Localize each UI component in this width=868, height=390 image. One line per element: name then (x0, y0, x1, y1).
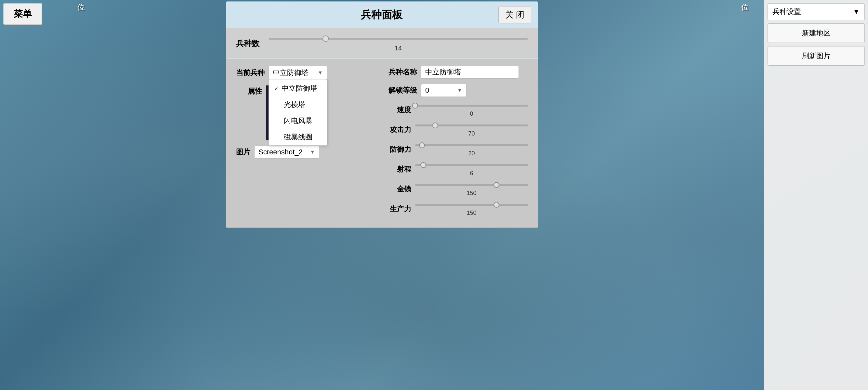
stat-value-4: 150 (466, 190, 476, 197)
stat-slider-3: 6 (415, 162, 528, 177)
unit-option-neutral-tower[interactable]: ✓ 中立防御塔 (269, 80, 327, 97)
stat-thumb-2[interactable] (419, 142, 425, 148)
stat-track-2[interactable] (415, 144, 528, 146)
image-label: 图片 (236, 147, 250, 157)
unit-count-slider-track[interactable] (269, 38, 528, 40)
right-sidebar: 兵种设置 ▼ 新建地区 刷新图片 (764, 0, 868, 390)
stat-track-4[interactable] (415, 184, 528, 186)
stat-row-3: 射程6 (389, 162, 528, 177)
stat-thumb-5[interactable] (494, 202, 499, 208)
sidebar-unit-settings-dropdown[interactable]: 兵种设置 ▼ (768, 3, 865, 20)
unit-panel-dialog: 兵种面板 关 闭 兵种数 14 (226, 1, 538, 228)
current-unit-row: 当前兵种 中立防御塔 ▼ ✓ 中立防御 (236, 66, 375, 80)
stat-track-3[interactable] (415, 164, 528, 166)
check-icon: ✓ (274, 85, 279, 92)
image-select-row: 图片 Screenshot_2 ▼ (236, 145, 375, 159)
stat-thumb-0[interactable] (412, 103, 418, 108)
stat-row-0: 速度0 (389, 102, 528, 117)
unlock-level-select[interactable]: 0 ▼ (421, 84, 466, 97)
stat-slider-4: 150 (415, 181, 528, 197)
dialog-header: 兵种面板 关 闭 (226, 2, 538, 28)
stat-value-2: 20 (468, 150, 475, 157)
stat-label-3: 射程 (389, 164, 411, 174)
stat-thumb-4[interactable] (494, 182, 499, 188)
chevron-down-icon: ▼ (853, 7, 860, 16)
stat-slider-1: 70 (415, 122, 528, 137)
stat-thumb-1[interactable] (432, 123, 438, 128)
stat-slider-0: 0 (415, 102, 528, 117)
unit-name-row: 兵种名称 (389, 66, 528, 79)
unlock-level-value: 0 (425, 86, 429, 95)
unit-count-slider-container: 14 (269, 35, 528, 52)
unit-config-section: 当前兵种 中立防御塔 ▼ ✓ 中立防御 (226, 59, 538, 228)
stat-track-1[interactable] (415, 125, 528, 126)
new-area-button[interactable]: 新建地区 (768, 23, 865, 43)
stat-label-0: 速度 (389, 105, 411, 115)
image-picker-value: Screenshot_2 (258, 148, 303, 156)
refresh-image-button[interactable]: 刷新图片 (768, 46, 865, 66)
unit-option-label: 磁暴线圈 (284, 132, 312, 142)
unit-name-label: 兵种名称 (389, 67, 417, 77)
stat-track-0[interactable] (415, 105, 528, 107)
close-button[interactable]: 关 闭 (498, 6, 531, 23)
stat-row-5: 生产力150 (389, 201, 528, 217)
stat-value-3: 6 (470, 170, 473, 177)
current-unit-label: 当前兵种 (236, 68, 265, 78)
stat-value-0: 0 (470, 110, 473, 117)
stat-row-4: 金钱150 (389, 181, 528, 197)
stat-value-1: 70 (468, 130, 475, 137)
stat-slider-5: 150 (415, 201, 528, 217)
current-unit-selected-value: 中立防御塔 (273, 68, 309, 78)
left-column: 当前兵种 中立防御塔 ▼ ✓ 中立防御 (236, 66, 375, 221)
unit-option-label: 闪电风暴 (284, 116, 312, 126)
right-column: 兵种名称 解锁等级 0 ▼ 速度0攻击力70防御力20射程6金钱150生产力15… (389, 66, 528, 221)
unit-count-slider-thumb[interactable] (322, 35, 329, 42)
unit-dropdown-menu: ✓ 中立防御塔 光棱塔 闪电风暴 (269, 80, 327, 145)
stat-label-2: 防御力 (389, 144, 411, 154)
unit-name-input[interactable] (421, 66, 519, 79)
current-unit-select-wrapper: 中立防御塔 ▼ ✓ 中立防御塔 (269, 66, 327, 80)
chevron-down-icon: ▼ (310, 149, 315, 155)
chevron-down-icon: ▼ (457, 88, 462, 93)
stat-track-5[interactable] (415, 204, 528, 206)
image-select-wrapper: Screenshot_2 ▼ (254, 145, 319, 159)
dialog-title: 兵种面板 (265, 8, 498, 22)
attributes-label: 属性 (236, 85, 262, 96)
stat-row-1: 攻击力70 (389, 122, 528, 137)
stat-slider-2: 20 (415, 142, 528, 157)
unit-count-label: 兵种数 (236, 38, 262, 49)
unit-option-prism-tower[interactable]: 光棱塔 (269, 97, 327, 113)
chevron-down-icon: ▼ (318, 70, 323, 76)
unit-count-section: 兵种数 14 (226, 28, 538, 59)
unit-option-label: 光棱塔 (284, 100, 305, 109)
unlock-level-label: 解锁等级 (389, 86, 417, 95)
unit-option-magnetic-coil[interactable]: 磁暴线圈 (269, 129, 327, 145)
image-picker-select[interactable]: Screenshot_2 ▼ (254, 145, 319, 159)
stat-label-1: 攻击力 (389, 125, 411, 135)
unlock-level-row: 解锁等级 0 ▼ (389, 84, 528, 97)
stat-row-2: 防御力20 (389, 142, 528, 157)
current-unit-select[interactable]: 中立防御塔 ▼ (269, 66, 327, 80)
unit-option-lightning-storm[interactable]: 闪电风暴 (269, 113, 327, 129)
stat-thumb-3[interactable] (420, 162, 426, 168)
stat-value-5: 150 (466, 209, 476, 217)
stat-label-4: 金钱 (389, 184, 411, 194)
stat-label-5: 生产力 (389, 204, 411, 214)
unit-count-value: 14 (395, 44, 402, 52)
stats-container: 速度0攻击力70防御力20射程6金钱150生产力150 (389, 102, 528, 217)
dialog-overlay: 兵种面板 关 闭 兵种数 14 (0, 0, 764, 390)
unit-dropdown-scroll[interactable]: ✓ 中立防御塔 光棱塔 闪电风暴 (269, 80, 327, 145)
unit-option-label: 中立防御塔 (282, 84, 317, 93)
